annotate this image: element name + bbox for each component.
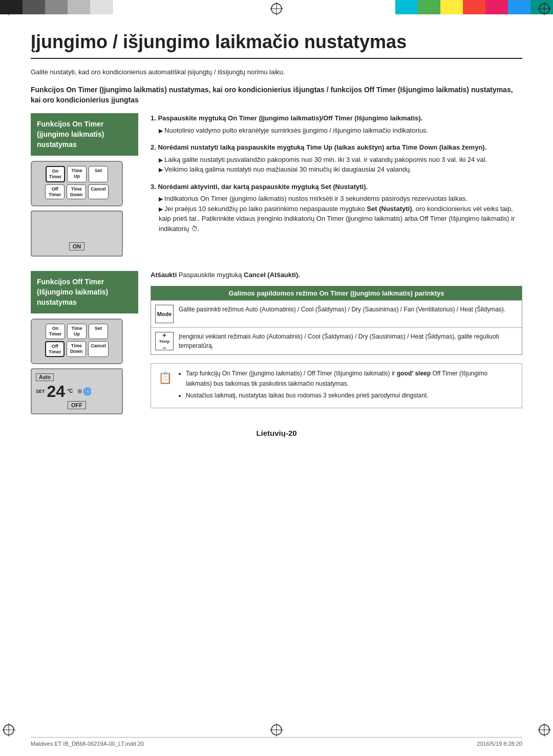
color-swatch-medgray xyxy=(45,0,68,14)
time-down-btn: TimeDown xyxy=(67,184,86,200)
on-timer-btn2: OnTimer xyxy=(46,324,65,339)
set-btn: Set xyxy=(89,166,108,182)
step-3-detail1: Indikatorius On Timer (įjungimo laikmati… xyxy=(151,194,522,204)
display-icons: ❄🌀 xyxy=(77,387,92,395)
step-2-detail1: Laiką galite nustatyti pusvalandžio pako… xyxy=(151,155,522,165)
step-2: 2. Norėdami nustatyti laiką paspauskite … xyxy=(151,142,522,175)
on-timer-instructions: 1. Paspauskite mygtuką On Timer (Įjungim… xyxy=(151,113,522,261)
off-timer-left-col: Funkcijos Off Timer (Išjungimo laikmatis… xyxy=(31,271,138,418)
cancel-btn2: Cancel xyxy=(88,341,109,358)
color-swatch-magenta xyxy=(485,0,508,14)
on-timer-remote: OnTimer TimeUp Set OffTimer TimeDown Can… xyxy=(31,161,123,206)
off-timer-section: Funkcijos Off Timer (Išjungimo laikmatis… xyxy=(31,271,522,418)
remote-row-2: OffTimer TimeDown Cancel xyxy=(36,184,118,200)
atsakuti-text: Paspauskite mygtuką xyxy=(179,271,244,279)
on-timer-btn: OnTimer xyxy=(46,166,65,182)
color-swatch-lightgray xyxy=(68,0,90,14)
atsakuti-bold: Cancel (Atšaukti). xyxy=(244,271,300,279)
on-timer-box: Funkcijos On Timer (įjungimo laikmatis) … xyxy=(31,113,138,156)
display-on-label: ON xyxy=(69,242,85,250)
reg-mark-br xyxy=(538,723,551,737)
subtitle-text: Galite nustatyti, kad oro kondicionieriu… xyxy=(31,68,522,76)
page-footer: Maldives ET IB_DB68-06219A-00_LT.indd 20… xyxy=(31,737,522,747)
on-timer-box-title: Funkcijos On Timer (įjungimo laikmatis) … xyxy=(37,120,104,148)
off-timer-btn: OffTimer xyxy=(45,184,65,200)
off-timer-box: Funkcijos Off Timer (Išjungimo laikmatis… xyxy=(31,271,138,313)
color-swatch-cyan xyxy=(395,0,418,14)
page-content: Įjungimo / išjungimo laikmačio nustatyma… xyxy=(31,31,522,725)
reg-mark-tc xyxy=(270,2,283,15)
info-row1-text: Galite pasirinkti režimus Auto (Automati… xyxy=(179,305,518,314)
temp-icon-minus: – xyxy=(162,344,166,351)
display-deg-label: °C xyxy=(67,388,73,394)
time-up-btn: TimeUp xyxy=(67,166,87,182)
step-3: 3. Norėdami aktyvinti, dar kartą paspaus… xyxy=(151,182,522,234)
note-icon: 📋 xyxy=(158,369,174,403)
on-timer-display: ON xyxy=(31,211,123,257)
step-1-heading: 1. Paspauskite mygtuką On Timer (Įjungim… xyxy=(151,113,522,123)
off-timer-remote: OnTimer TimeUp Set OffTimer TimeDown Can… xyxy=(31,319,123,364)
off-timer-right-col: Atšaukti Paspauskite mygtuką Cancel (Atš… xyxy=(151,271,522,418)
time-down-btn2: TimeDown xyxy=(67,341,86,358)
page-number: Lietuvių-20 xyxy=(31,429,522,437)
display-auto-label: Auto xyxy=(36,373,54,381)
footer-left: Maldives ET IB_DB68-06219A-00_LT.indd 20 xyxy=(31,741,144,747)
page-title: Įjungimo / išjungimo laikmačio nustatyma… xyxy=(31,31,522,59)
time-up-btn2: TimeUp xyxy=(67,324,87,339)
temp-icon: + Temp – xyxy=(155,332,174,350)
step-1-detail: Nuotolinio valdymo pulto ekranėlyje sumi… xyxy=(151,125,522,136)
remote-row-3: OnTimer TimeUp Set xyxy=(36,324,118,339)
cancel-btn: Cancel xyxy=(88,184,109,200)
color-bar-right xyxy=(395,0,553,14)
remote-row-1: OnTimer TimeUp Set xyxy=(36,166,118,182)
mode-icon-label: Mode xyxy=(157,311,172,317)
display-set-label: SET xyxy=(36,389,45,394)
color-swatch-red xyxy=(463,0,485,14)
off-timer-box-title: Funkcijos Off Timer (Išjungimo laikmatis… xyxy=(37,278,108,306)
step-3-detail2-bold: Set (Nustatyti) xyxy=(367,205,412,213)
note-box: 📋 Tarp funkcijų On Timer (Įjungimo laikm… xyxy=(151,363,522,408)
remote-row-4: OffTimer TimeDown Cancel xyxy=(36,341,118,358)
color-swatch-darkgray xyxy=(23,0,45,14)
footer-right: 2016/5/19 8:28:20 xyxy=(477,741,522,747)
mode-icon: Mode xyxy=(155,305,174,323)
step-1: 1. Paspauskite mygtuką On Timer (Įjungim… xyxy=(151,113,522,135)
note-item-2: Nustačius laikmatį, nustatytas laikas bu… xyxy=(186,391,515,401)
note-list: Tarp funkcijų On Timer (Įjungimo laikmat… xyxy=(179,369,515,401)
step-2-detail2: Veikimo laiką galima nustatyti nuo mažia… xyxy=(151,164,522,175)
step-3-heading: 3. Norėdami aktyvinti, dar kartą paspaus… xyxy=(151,182,522,192)
color-swatch-yellow xyxy=(440,0,463,14)
info-table-row-1: Mode Galite pasirinkti režimus Auto (Aut… xyxy=(151,300,522,327)
note-item-1: Tarp funkcijų On Timer (Įjungimo laikmat… xyxy=(186,369,515,388)
reg-mark-bl xyxy=(2,723,15,737)
note-text: Tarp funkcijų On Timer (Įjungimo laikmat… xyxy=(179,369,515,403)
atsakuti-line: Atšaukti Paspauskite mygtuką Cancel (Atš… xyxy=(151,271,522,279)
on-timer-left-col: Funkcijos On Timer (įjungimo laikmatis) … xyxy=(31,113,138,261)
on-timer-section: Funkcijos On Timer (įjungimo laikmatis) … xyxy=(31,113,522,261)
reg-mark-tl xyxy=(2,2,15,15)
info-table-header: Galimos papildomos režimo On Timer (Įjun… xyxy=(151,286,522,300)
temp-icon-plus: + xyxy=(162,331,166,339)
section-heading: Funkcijos On Timer (Įjungimo laikmatis) … xyxy=(31,85,522,105)
set-btn2: Set xyxy=(89,324,108,339)
display-off-label: OFF xyxy=(68,401,86,409)
off-timer-display: Auto SET 24 °C ❄🌀 OFF xyxy=(31,368,123,414)
temp-icon-label: Temp xyxy=(159,339,170,344)
atsakuti-label: Atšaukti xyxy=(151,271,177,279)
color-bar-left xyxy=(0,0,113,14)
step-3-detail2-pre: Jei praėjus 10 sekundžių po laiko pasiri… xyxy=(164,205,367,213)
info-table: Galimos papildomos režimo On Timer (Įjun… xyxy=(151,286,522,355)
info-row2-text: Įrenginiui veikiant režimais Auto (Autom… xyxy=(179,332,518,350)
off-timer-btn2: OffTimer xyxy=(45,341,65,358)
color-swatch-green xyxy=(418,0,440,14)
display-temp-row: SET 24 °C ❄🌀 xyxy=(36,383,92,400)
reg-mark-tr xyxy=(538,2,551,15)
display-temp-num: 24 xyxy=(47,383,66,400)
info-table-row-2: + Temp – Įrenginiui veikiant režimais Au… xyxy=(151,327,522,354)
color-swatch-white xyxy=(90,0,113,14)
color-swatch-blue xyxy=(508,0,530,14)
step-3-detail2: Jei praėjus 10 sekundžių po laiko pasiri… xyxy=(151,204,522,234)
step-2-heading: 2. Norėdami nustatyti laiką paspauskite … xyxy=(151,142,522,153)
